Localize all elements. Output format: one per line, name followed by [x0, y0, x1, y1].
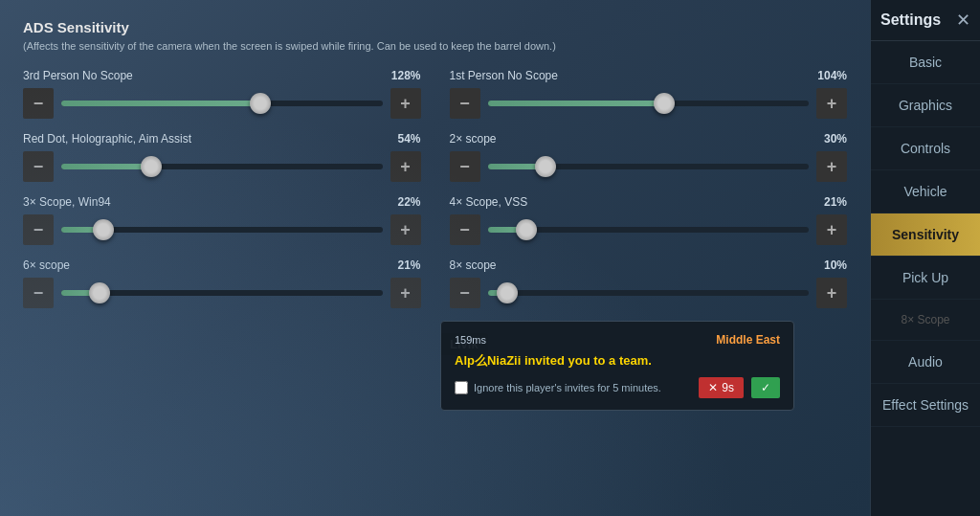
slider-8x-value: 10% — [824, 258, 847, 272]
slider-8x: 8× scope 10% − + — [450, 258, 848, 308]
slider-reddot-track — [61, 164, 383, 169]
popup-decline-button[interactable]: ✕ 9s — [699, 377, 744, 398]
slider-3rd-track — [61, 101, 383, 106]
section-desc: (Affects the sensitivity of the camera w… — [23, 39, 847, 54]
slider-reddot-plus[interactable]: + — [390, 151, 421, 182]
sidebar-item-8xscope[interactable]: 8× Scope — [871, 300, 980, 341]
slider-6x-control: − + — [23, 278, 421, 308]
slider-3x-minus[interactable]: − — [23, 214, 54, 245]
sidebar-item-vehicle[interactable]: Vehicle — [871, 170, 980, 213]
slider-reddot-minus[interactable]: − — [23, 151, 54, 182]
sidebar-item-sensitivity[interactable]: Sensitivity — [871, 213, 980, 257]
close-button[interactable]: ✕ — [956, 11, 970, 29]
popup-header: 159ms Middle East — [455, 333, 780, 347]
slider-3x-track-wrap — [61, 214, 383, 245]
slider-3rd-minus[interactable]: − — [23, 88, 54, 119]
slider-4x-minus[interactable]: − — [450, 214, 480, 245]
slider-3rd-value: 128% — [391, 69, 421, 82]
popup-ping: 159ms — [455, 334, 486, 346]
sliders-grid: 3rd Person No Scope 128% − + 1st Person … — [23, 69, 847, 322]
slider-2x: 2× scope 30% − + — [450, 132, 848, 182]
slider-3rd-label: 3rd Person No Scope — [23, 69, 133, 82]
slider-3rd-track-wrap — [61, 88, 383, 119]
slider-2x-plus[interactable]: + — [816, 151, 847, 182]
sidebar-item-graphics[interactable]: Graphics — [871, 84, 980, 127]
slider-reddot-control: − + — [23, 151, 421, 182]
slider-3x: 3× Scope, Win94 22% − + — [23, 195, 421, 245]
slider-6x: 6× scope 21% − + — [23, 258, 421, 308]
popup-ignore-text: Ignore this player's invites for 5 minut… — [474, 382, 661, 393]
main-content: ADS Sensitivity (Affects the sensitivity… — [0, 0, 870, 516]
popup-ignore-label[interactable]: Ignore this player's invites for 5 minut… — [455, 381, 661, 394]
slider-1st-plus[interactable]: + — [816, 88, 847, 119]
slider-reddot-value: 54% — [397, 132, 420, 146]
sidebar-item-pickup[interactable]: Pick Up — [871, 257, 980, 300]
decline-x-icon: ✕ — [708, 381, 718, 394]
popup-message: Alp么NiaZii invited you to a team. — [455, 352, 780, 370]
slider-3x-label: 3× Scope, Win94 — [23, 195, 111, 209]
slider-4x-track — [488, 227, 810, 233]
slider-1st-fill — [488, 101, 665, 106]
popup-timer: 9s — [722, 381, 734, 394]
popup-region: Middle East — [716, 333, 780, 347]
slider-8x-track — [488, 290, 810, 296]
slider-2x-thumb[interactable] — [535, 156, 556, 177]
slider-1st-minus[interactable]: − — [450, 88, 480, 119]
sidebar-title: Settings — [880, 11, 941, 29]
slider-6x-track-wrap — [61, 278, 383, 308]
slider-4x-thumb[interactable] — [516, 219, 537, 240]
slider-1st-thumb[interactable] — [654, 93, 675, 114]
slider-3rd-thumb[interactable] — [250, 93, 271, 114]
slider-1st-value: 104% — [817, 69, 847, 82]
slider-6x-value: 21% — [397, 258, 420, 272]
slider-4x-plus[interactable]: + — [816, 214, 847, 245]
slider-8x-thumb[interactable] — [497, 282, 518, 303]
slider-8x-plus[interactable]: + — [816, 278, 847, 308]
slider-3x-track — [61, 227, 383, 233]
slider-4x-control: − + — [450, 214, 848, 245]
slider-2x-control: − + — [450, 151, 848, 182]
sidebar-item-basic[interactable]: Basic — [871, 41, 980, 84]
slider-6x-thumb[interactable] — [89, 282, 110, 303]
popup-inviter: Alp么NiaZii — [455, 353, 521, 368]
sidebar-item-effect-settings[interactable]: Effect Settings — [871, 384, 980, 427]
slider-1st-track-wrap — [488, 88, 810, 119]
slider-reddot-fill — [61, 164, 151, 169]
slider-2x-track — [488, 164, 810, 169]
slider-2x-value: 30% — [824, 132, 847, 146]
slider-3x-value: 22% — [397, 195, 420, 209]
slider-8x-label: 8× scope — [450, 258, 497, 272]
slider-red-dot: Red Dot, Holographic, Aim Assist 54% − + — [23, 132, 421, 182]
team-invite-popup: 159ms Middle East Alp么NiaZii invited you… — [440, 321, 794, 411]
slider-2x-label: 2× scope — [450, 132, 497, 146]
slider-6x-plus[interactable]: + — [390, 278, 421, 308]
slider-3rd-person: 3rd Person No Scope 128% − + — [23, 69, 421, 119]
slider-3x-control: − + — [23, 214, 421, 245]
popup-ignore-checkbox[interactable] — [455, 381, 468, 394]
popup-accept-button[interactable]: ✓ — [751, 377, 780, 398]
slider-3x-thumb[interactable] — [93, 219, 114, 240]
slider-4x: 4× Scope, VSS 21% − + — [450, 195, 848, 245]
slider-4x-label: 4× Scope, VSS — [450, 195, 528, 209]
slider-3rd-fill — [61, 101, 260, 106]
slider-reddot-thumb[interactable] — [141, 156, 162, 177]
slider-2x-minus[interactable]: − — [450, 151, 480, 182]
slider-3rd-control: − + — [23, 88, 421, 119]
slider-3x-plus[interactable]: + — [390, 214, 421, 245]
slider-3rd-plus[interactable]: + — [390, 88, 421, 119]
slider-8x-minus[interactable]: − — [450, 278, 480, 308]
sidebar: Settings ✕ Basic Graphics Controls Vehic… — [870, 0, 980, 516]
slider-1st-person: 1st Person No Scope 104% − + — [450, 69, 848, 119]
slider-reddot-track-wrap — [61, 151, 383, 182]
slider-1st-track — [488, 101, 810, 106]
slider-8x-track-wrap — [488, 278, 810, 308]
slider-1st-control: − + — [450, 88, 848, 119]
slider-6x-minus[interactable]: − — [23, 278, 54, 308]
slider-reddot-label: Red Dot, Holographic, Aim Assist — [23, 132, 191, 146]
slider-4x-track-wrap — [488, 214, 810, 245]
sidebar-item-audio[interactable]: Audio — [871, 341, 980, 384]
sidebar-item-controls[interactable]: Controls — [871, 127, 980, 170]
slider-4x-value: 21% — [824, 195, 847, 209]
slider-2x-track-wrap — [488, 151, 810, 182]
slider-8x-control: − + — [450, 278, 848, 308]
